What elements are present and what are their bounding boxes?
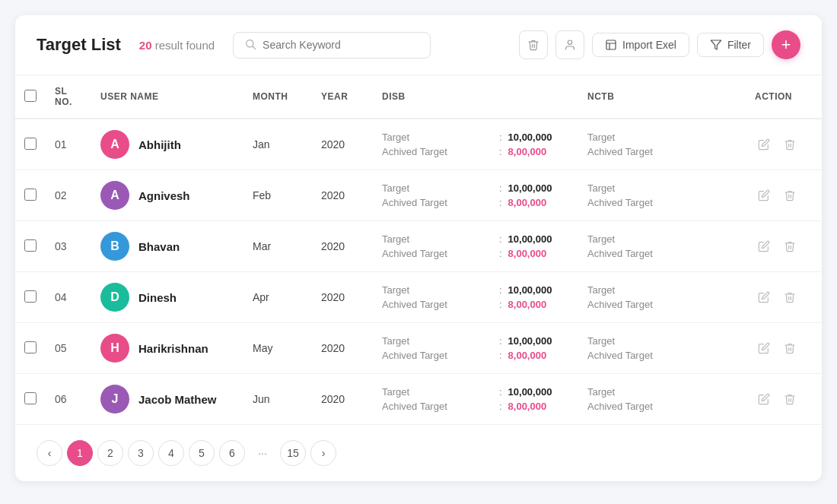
filter-button-label: Filter <box>727 39 751 51</box>
select-all-checkbox[interactable] <box>24 90 37 102</box>
row-disb-values-2: : 10,00,000 : 8,00,000 <box>490 221 578 272</box>
disb-achieved-label-4: Achived Target <box>382 350 458 361</box>
delete-button[interactable] <box>519 30 548 59</box>
svg-line-1 <box>253 46 256 49</box>
disb-target-label-5: Target <box>382 386 458 398</box>
table-row: 04 D Dinesh Apr 2020 Target Achived Targ… <box>15 272 822 323</box>
nctb-target-label-3: Target <box>587 284 615 296</box>
delete-row-button-3[interactable] <box>781 288 799 306</box>
nctb-target-label-1: Target <box>587 182 615 194</box>
table-row: 05 H Harikrishnan May 2020 Target Achive… <box>15 323 822 374</box>
row-month-2: Mar <box>243 221 312 272</box>
user-name-3: Dinesh <box>138 291 177 304</box>
row-checkbox-0[interactable] <box>24 138 37 150</box>
row-check-1[interactable] <box>15 170 46 221</box>
row-month-4: May <box>243 323 312 374</box>
header-disb: DISB <box>373 75 578 119</box>
delete-row-button-0[interactable] <box>781 135 799 154</box>
import-button[interactable]: Import Exel <box>592 33 689 57</box>
result-text: result found <box>155 39 215 52</box>
row-checkbox-3[interactable] <box>24 290 37 303</box>
row-user-0: A Abhijith <box>91 119 243 170</box>
nctb-achieved-label-5: Achived Target <box>587 401 653 412</box>
row-check-2[interactable] <box>15 221 46 272</box>
disb-achieved-label-0: Achived Target <box>382 146 458 157</box>
row-disb-labels-3: Target Achived Target <box>373 272 490 323</box>
header-username: USER NAME <box>91 75 243 119</box>
row-actions-2 <box>746 221 822 272</box>
add-button[interactable]: + <box>772 30 800 59</box>
svg-marker-6 <box>711 40 721 49</box>
row-check-0[interactable] <box>15 119 46 170</box>
avatar-2: B <box>100 232 129 261</box>
row-check-4[interactable] <box>15 323 46 374</box>
edit-button-4[interactable] <box>755 339 773 357</box>
nctb-target-label-4: Target <box>587 335 615 347</box>
page-dots: ··· <box>250 440 275 466</box>
table-row: 02 A Agnivesh Feb 2020 Target Achived Ta… <box>15 170 822 221</box>
edit-button-3[interactable] <box>755 288 773 306</box>
result-number: 20 <box>139 39 152 52</box>
avatar-0: A <box>100 130 129 159</box>
edit-button-1[interactable] <box>755 186 773 204</box>
row-checkbox-4[interactable] <box>24 341 37 353</box>
next-page-button[interactable]: › <box>310 440 336 466</box>
search-input[interactable] <box>263 39 419 51</box>
user-button[interactable] <box>555 30 584 59</box>
search-box[interactable] <box>233 32 431 59</box>
avatar-1: A <box>100 181 129 210</box>
page-button-3[interactable]: 3 <box>128 440 154 466</box>
delete-row-button-5[interactable] <box>781 390 799 408</box>
avatar-4: H <box>100 334 129 363</box>
row-actions-0 <box>746 119 822 170</box>
delete-row-button-1[interactable] <box>781 186 799 204</box>
disb-target-label-1: Target <box>382 182 458 194</box>
pagination: ‹ 1 2 3 4 5 6 ··· 15 › <box>15 425 822 481</box>
edit-button-0[interactable] <box>755 135 773 154</box>
row-checkbox-1[interactable] <box>24 189 37 201</box>
edit-button-2[interactable] <box>755 237 773 255</box>
row-check-3[interactable] <box>15 272 46 323</box>
user-name-0: Abhijith <box>138 138 181 151</box>
header-check[interactable] <box>15 75 46 119</box>
row-disb-values-4: : 10,00,000 : 8,00,000 <box>490 323 578 374</box>
page-title: Target List <box>37 35 121 55</box>
row-actions-3 <box>746 272 822 323</box>
disb-target-value-5: 10,00,000 <box>508 386 552 398</box>
row-sl-0: 01 <box>46 119 91 170</box>
disb-achieved-value-2: 8,00,000 <box>508 248 547 259</box>
table-row: 03 B Bhavan Mar 2020 Target Achived Targ… <box>15 221 822 272</box>
row-user-2: B Bhavan <box>91 221 243 272</box>
disb-target-value-0: 10,00,000 <box>508 132 552 143</box>
delete-row-button-2[interactable] <box>781 237 799 255</box>
page-button-4[interactable]: 4 <box>158 440 184 466</box>
prev-page-button[interactable]: ‹ <box>37 440 62 466</box>
edit-button-5[interactable] <box>755 390 773 408</box>
row-checkbox-2[interactable] <box>24 239 37 252</box>
row-check-5[interactable] <box>15 374 46 425</box>
user-name-4: Harikrishnan <box>138 342 208 355</box>
row-actions-4 <box>746 323 822 374</box>
disb-target-value-4: 10,00,000 <box>508 335 552 347</box>
page-button-5[interactable]: 5 <box>189 440 215 466</box>
row-sl-4: 05 <box>46 323 91 374</box>
add-icon: + <box>781 35 791 55</box>
page-button-15[interactable]: 15 <box>280 440 306 466</box>
page-button-1[interactable]: 1 <box>67 440 93 466</box>
table-header: SL NO. USER NAME MONTH YEAR DISB NCTB AC… <box>15 75 822 119</box>
delete-row-button-4[interactable] <box>781 339 799 357</box>
row-month-0: Jan <box>243 119 312 170</box>
row-checkbox-5[interactable] <box>24 392 37 404</box>
nctb-target-label-2: Target <box>587 233 615 245</box>
header-month: MONTH <box>243 75 312 119</box>
page-button-2[interactable]: 2 <box>97 440 123 466</box>
nctb-achieved-label-4: Achived Target <box>587 350 653 361</box>
nctb-achieved-label-1: Achived Target <box>587 197 653 208</box>
page-button-6[interactable]: 6 <box>219 440 245 466</box>
filter-button[interactable]: Filter <box>697 33 764 57</box>
row-year-5: 2020 <box>312 374 373 425</box>
svg-point-2 <box>568 40 571 44</box>
avatar-3: D <box>100 283 129 312</box>
row-nctb-4: Target Achived Target <box>578 323 746 374</box>
user-name-5: Jacob Mathew <box>138 393 217 406</box>
